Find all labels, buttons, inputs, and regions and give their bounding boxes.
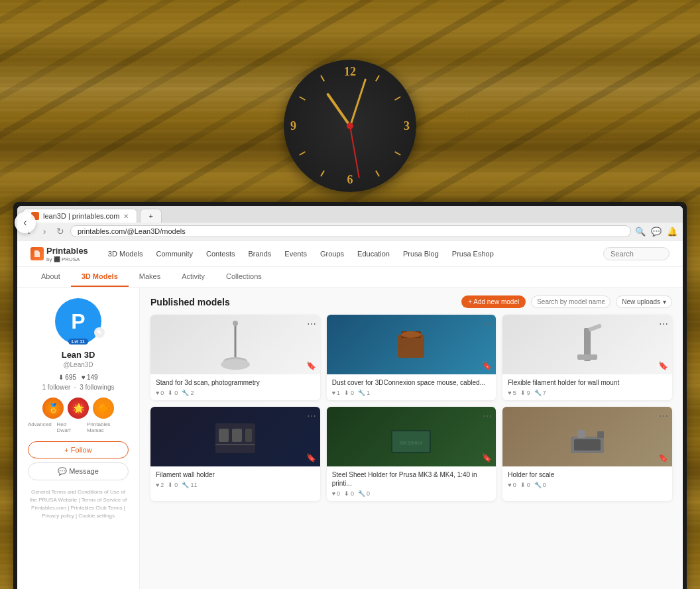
svg-rect-16: [577, 354, 597, 360]
model-downloads-3: ⬇ 9: [520, 390, 530, 396]
model-makes-3: 🔧 7: [534, 390, 546, 396]
browser-tab-active[interactable]: lean3D | printables.com ✕: [23, 209, 137, 223]
model-stats-1: ♥ 0 ⬇ 0 🔧 2: [156, 390, 315, 396]
model-bookmark-icon-4[interactable]: 🔖: [306, 453, 316, 462]
nav-prusablog[interactable]: Prusa Blog: [403, 250, 439, 258]
svg-line-3: [376, 171, 379, 177]
model-name-6: Holder for scale: [508, 470, 667, 479]
model-bookmark-icon-2[interactable]: 🔖: [482, 361, 492, 370]
svg-point-9: [233, 321, 238, 326]
tab-new-button[interactable]: +: [140, 209, 161, 223]
downloads-stat: ⬇ 695: [58, 374, 76, 381]
badge-label-red: Red Dwarf: [57, 421, 82, 433]
badge-label-advanced: Advanced: [28, 421, 52, 433]
nav-contests[interactable]: Contests: [206, 250, 235, 258]
bell-icon[interactable]: 🔔: [667, 227, 677, 237]
model-bookmark-icon-5[interactable]: 🔖: [482, 453, 492, 462]
tab-collections[interactable]: Collections: [215, 267, 272, 287]
nav-3dmodels[interactable]: 3D Models: [108, 250, 143, 258]
model-dots-icon-2[interactable]: ⋯: [483, 319, 492, 329]
profile-handle: @Lean3D: [28, 361, 129, 368]
svg-line-5: [300, 152, 306, 155]
message-button[interactable]: 💬 Message: [28, 462, 129, 480]
logo-name: Printables: [46, 246, 88, 256]
nav-groups[interactable]: Groups: [320, 250, 344, 258]
nav-events[interactable]: Events: [284, 250, 307, 258]
model-card-1[interactable]: ⋯ 🔖 Stand for 3d scan, photogrammetry ♥ …: [150, 315, 320, 400]
chat-icon[interactable]: 💬: [651, 227, 662, 237]
tab-about[interactable]: About: [30, 267, 71, 287]
likes-stat: ♥ 149: [82, 374, 98, 381]
model-dots-icon-3[interactable]: ⋯: [659, 319, 668, 329]
svg-line-4: [321, 171, 324, 177]
model-info-4: Filament wall holder ♥ 2 ⬇ 0 🔧 11: [150, 466, 320, 492]
header-actions: + Add new model New uploads ▾: [461, 295, 672, 308]
profile-name: Lean 3D: [28, 350, 129, 360]
avatar-letter: P: [71, 309, 85, 334]
model-stats-6: ♥ 0 ⬇ 0 🔧 0: [508, 482, 667, 488]
printables-logo[interactable]: Printables by ⬛ PRUSA: [30, 244, 88, 262]
monitor: lean3D | printables.com ✕ + ‹ › ↻ 🔍 💬 🔔: [13, 202, 687, 569]
logo-icon: [30, 247, 44, 260]
model-image-5: MK3/MK4 ⋯ 🔖: [327, 407, 496, 466]
model-preview-2: [384, 318, 438, 371]
model-dots-icon-4[interactable]: ⋯: [307, 411, 316, 421]
svg-point-11: [221, 359, 250, 370]
model-card-4[interactable]: ⋯ 🔖 Filament wall holder ♥ 2 ⬇ 0 🔧 11: [150, 407, 320, 501]
model-makes-5: 🔧 0: [358, 490, 370, 497]
model-card-2[interactable]: ⋯ 🔖 Dust cover for 3DConnexion space mou…: [327, 315, 496, 400]
model-preview-3: [561, 318, 614, 371]
search-icon[interactable]: 🔍: [635, 227, 646, 237]
avatar-edit-button[interactable]: ✎: [94, 327, 105, 338]
svg-point-14: [401, 331, 421, 338]
model-info-1: Stand for 3d scan, photogrammetry ♥ 0 ⬇ …: [150, 374, 320, 400]
sort-dropdown[interactable]: New uploads ▾: [616, 295, 672, 308]
model-bookmark-icon-3[interactable]: 🔖: [658, 361, 668, 370]
model-card-6[interactable]: ⋯ 🔖 Holder for scale ♥ 0 ⬇ 0 🔧 0: [502, 407, 672, 501]
tab-3dmodels[interactable]: 3D Models: [71, 267, 129, 287]
url-bar: ‹ › ↻ 🔍 💬 🔔: [17, 223, 683, 241]
tab-close-button[interactable]: ✕: [123, 213, 129, 220]
badges-row: 🏅 🌟 🔶: [28, 398, 129, 419]
tab-activity[interactable]: Activity: [171, 267, 215, 287]
site-navigation: Printables by ⬛ PRUSA 3D Models Communit…: [17, 241, 683, 267]
model-bookmark-icon-6[interactable]: 🔖: [658, 453, 668, 462]
content-area: Published models + Add new model New upl…: [140, 288, 683, 589]
forward-button[interactable]: ›: [38, 226, 50, 237]
model-card-5[interactable]: MK3/MK4 ⋯ 🔖 Steel Sheet Holder for Prusa…: [327, 407, 496, 501]
model-makes-2: 🔧 1: [358, 390, 370, 396]
badge-printables-icon: 🔶: [98, 403, 109, 413]
tab-makes[interactable]: Makes: [129, 267, 171, 287]
model-name-1: Stand for 3d scan, photogrammetry: [156, 378, 315, 387]
logo-sub: by ⬛ PRUSA: [46, 256, 88, 262]
chevron-down-icon: ▾: [663, 298, 666, 305]
model-dots-icon-5[interactable]: ⋯: [483, 411, 492, 421]
model-name-4: Filament wall holder: [156, 470, 315, 479]
search-model-input[interactable]: [531, 295, 611, 308]
nav-brands[interactable]: Brands: [248, 250, 271, 258]
model-dots-icon-1[interactable]: ⋯: [307, 319, 316, 329]
model-card-3[interactable]: ⋯ 🔖 Flexible filament holder for wall mo…: [502, 315, 672, 400]
model-stats-4: ♥ 2 ⬇ 0 🔧 11: [156, 482, 315, 488]
model-image-4: ⋯ 🔖: [150, 407, 320, 466]
nav-prusaeshop[interactable]: Prusa Eshop: [452, 250, 494, 258]
nav-community[interactable]: Community: [156, 250, 193, 258]
site-search-input[interactable]: [603, 247, 670, 260]
logo-text-wrapper: Printables by ⬛ PRUSA: [46, 244, 88, 262]
model-dots-icon-6[interactable]: ⋯: [659, 411, 668, 421]
model-likes-1: ♥ 0: [156, 390, 164, 396]
model-info-5: Steel Sheet Holder for Prusa MK3 & MK4, …: [327, 466, 496, 501]
follow-button[interactable]: + Follow: [28, 441, 129, 458]
refresh-button[interactable]: ↻: [54, 226, 66, 237]
svg-text:MK3/MK4: MK3/MK4: [400, 440, 424, 446]
nav-right: [603, 247, 670, 260]
svg-rect-27: [574, 439, 601, 451]
back-navigation[interactable]: ‹: [15, 212, 36, 233]
avatar-level: Lvl 11: [68, 339, 88, 345]
url-input[interactable]: [70, 225, 631, 237]
model-downloads-2: ⬇ 0: [344, 390, 354, 396]
model-stats-5: ♥ 0 ⬇ 0 🔧 0: [332, 490, 491, 497]
nav-education[interactable]: Education: [357, 250, 390, 258]
model-bookmark-icon-1[interactable]: 🔖: [306, 361, 316, 370]
add-model-button[interactable]: + Add new model: [461, 295, 526, 308]
